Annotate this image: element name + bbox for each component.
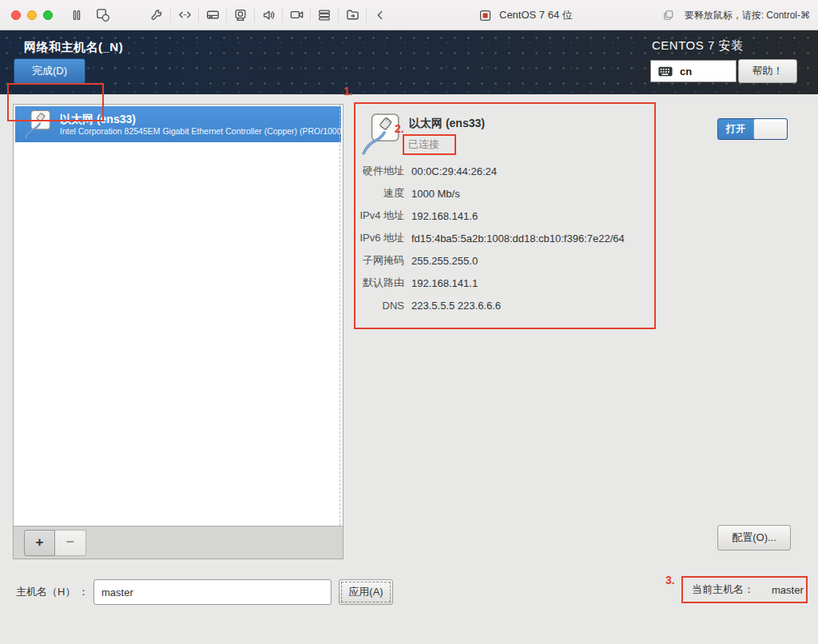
code-arrows-icon[interactable]: [175, 6, 194, 25]
apply-button[interactable]: 应用(A): [339, 579, 393, 605]
ethernet-device-icon: [23, 109, 52, 140]
centos-installer-window: CentOS 7 64 位 要释放鼠标，请按: Control-⌘ 网络和主机名…: [0, 0, 818, 644]
disk-icon[interactable]: [203, 6, 222, 25]
device-list-panel: 以太网 (ens33) Intel Corporation 82545EM Gi…: [13, 104, 343, 559]
keyboard-layout-indicator[interactable]: cn: [650, 60, 737, 82]
keyboard-icon: [656, 62, 675, 81]
switch-handle[interactable]: [753, 119, 787, 139]
snapshot-icon[interactable]: [93, 6, 112, 25]
detail-row-netmask: 子网掩码255.255.255.0: [356, 249, 652, 272]
hostname-input[interactable]: [93, 579, 332, 605]
connection-status: 已连接: [408, 137, 439, 152]
ethernet-detail-icon: [361, 113, 401, 156]
annotation-step-3: 3.: [665, 574, 675, 586]
pause-icon[interactable]: [67, 6, 86, 25]
device-on-off-switch[interactable]: 打开: [717, 118, 788, 140]
minimize-window-button[interactable]: [27, 10, 37, 20]
device-list-toolbar: + −: [13, 526, 343, 559]
window-copy-icon: [659, 6, 678, 25]
help-button[interactable]: 帮助！: [738, 59, 797, 83]
configure-button[interactable]: 配置(O)...: [717, 525, 791, 551]
product-title: CENTOS 7 安装: [652, 38, 804, 54]
device-description: Intel Corporation 82545EM Gigabit Ethern…: [60, 126, 341, 137]
device-name: 以太网 (ens33): [60, 113, 341, 126]
detail-row-speed: 速度1000 Mb/s: [356, 182, 652, 205]
vm-os-icon: [475, 6, 494, 25]
detail-row-ipv4: IPv4 地址192.168.141.6: [356, 205, 652, 227]
camera-icon[interactable]: [231, 6, 250, 25]
keyboard-layout-code: cn: [680, 66, 692, 78]
close-window-button[interactable]: [11, 10, 21, 20]
current-hostname: 当前主机名： master: [681, 576, 808, 603]
device-row-ens33[interactable]: 以太网 (ens33) Intel Corporation 82545EM Gi…: [15, 106, 341, 142]
detail-row-route: 默认路由192.168.141.1: [356, 272, 652, 294]
shared-folder-icon[interactable]: [343, 6, 362, 25]
connection-details: 硬件地址00:0C:29:44:26:24 速度1000 Mb/s IPv4 地…: [356, 160, 652, 316]
done-button[interactable]: 完成(D): [14, 58, 85, 84]
vm-title: CentOS 7 64 位: [475, 0, 573, 30]
speaker-icon[interactable]: [259, 6, 278, 25]
switch-on-label: 打开: [718, 119, 753, 139]
add-device-button[interactable]: +: [24, 530, 55, 556]
video-camera-icon[interactable]: [287, 6, 306, 25]
server-icon[interactable]: [315, 6, 334, 25]
detail-device-name: 以太网 (ens33): [409, 117, 485, 131]
vm-window-titlebar: CentOS 7 64 位 要释放鼠标，请按: Control-⌘: [0, 0, 818, 30]
remove-device-button[interactable]: −: [55, 530, 86, 556]
collapse-chevron-icon[interactable]: [371, 6, 390, 25]
device-list: 以太网 (ens33) Intel Corporation 82545EM Gi…: [13, 104, 343, 527]
traffic-lights: [11, 10, 53, 20]
installer-header: 网络和主机名(_N) 完成(D) CENTOS 7 安装 cn 帮助！: [0, 30, 818, 94]
detail-row-dns: DNS223.5.5.5 223.6.6.6: [356, 294, 652, 316]
wrench-icon[interactable]: [147, 6, 166, 25]
mouse-release-hint: 要释放鼠标，请按: Control-⌘: [659, 0, 810, 30]
detail-row-hw: 硬件地址00:0C:29:44:26:24: [356, 160, 652, 182]
spoke-title: 网络和主机名(_N): [24, 40, 123, 55]
hostname-label: 主机名（H） ：: [16, 585, 89, 599]
zoom-window-button[interactable]: [43, 10, 53, 20]
detail-row-ipv6: IPv6 地址fd15:4ba5:5a2b:1008:dd18:cb10:f39…: [356, 227, 652, 249]
